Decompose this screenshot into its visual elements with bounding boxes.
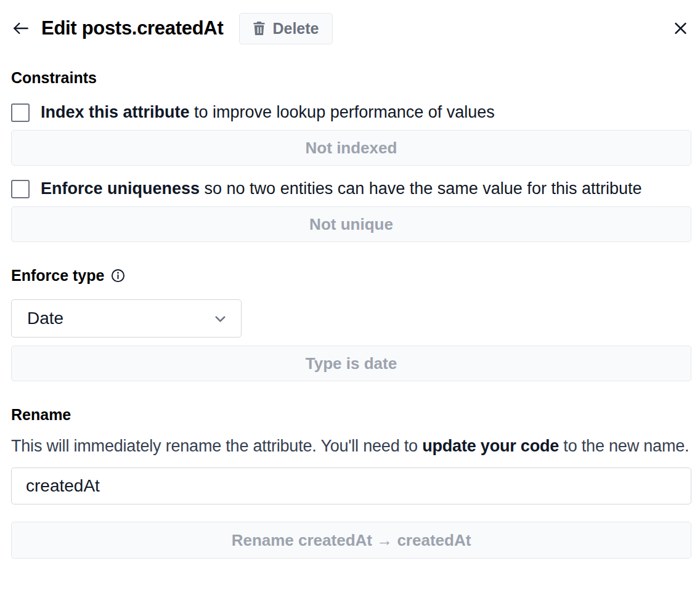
rename-action-button[interactable]: Rename createdAt → createdAt: [11, 522, 691, 559]
index-constraint-row: Index this attribute to improve lookup p…: [11, 103, 691, 122]
back-arrow-icon: [11, 18, 31, 38]
close-button[interactable]: [672, 20, 689, 37]
close-icon: [672, 20, 689, 37]
unique-label-rest: so no two entities can have the same val…: [200, 179, 641, 198]
page-title: Edit posts.createdAt: [41, 17, 223, 39]
trash-icon: [253, 21, 266, 36]
header: Edit posts.createdAt Delete: [11, 12, 691, 44]
unique-checkbox[interactable]: [11, 180, 30, 198]
delete-button[interactable]: Delete: [239, 13, 332, 44]
info-icon[interactable]: [111, 269, 125, 283]
delete-button-label: Delete: [272, 20, 319, 38]
unique-checkbox-label: Enforce uniqueness so no two entities ca…: [41, 179, 641, 198]
index-label-bold: Index this attribute: [41, 103, 190, 121]
unique-constraint-row: Enforce uniqueness so no two entities ca…: [11, 179, 691, 198]
index-checkbox-label: Index this attribute to improve lookup p…: [41, 103, 495, 122]
rename-desc-pre: This will immediately rename the attribu…: [11, 437, 422, 455]
index-label-rest: to improve lookup performance of values: [190, 103, 495, 121]
constraints-heading: Constraints: [11, 69, 691, 87]
enforce-type-heading-row: Enforce type: [11, 267, 691, 285]
rename-description: This will immediately rename the attribu…: [11, 434, 691, 458]
type-select-value: Date: [27, 309, 63, 328]
unique-status-button[interactable]: Not unique: [11, 206, 691, 242]
rename-input[interactable]: [11, 467, 691, 504]
rename-heading: Rename: [11, 406, 691, 424]
type-status-button[interactable]: Type is date: [11, 346, 691, 381]
unique-label-bold: Enforce uniqueness: [41, 179, 200, 198]
edit-attribute-panel: Edit posts.createdAt Delete Constraints …: [0, 0, 700, 559]
type-select[interactable]: Date: [11, 299, 242, 338]
enforce-type-heading: Enforce type: [11, 267, 104, 285]
index-status-button[interactable]: Not indexed: [11, 130, 691, 166]
rename-desc-post: to the new name.: [559, 437, 689, 455]
chevron-down-icon: [212, 310, 229, 327]
back-button[interactable]: [11, 18, 31, 38]
rename-desc-bold: update your code: [422, 437, 559, 455]
index-checkbox[interactable]: [11, 103, 30, 122]
